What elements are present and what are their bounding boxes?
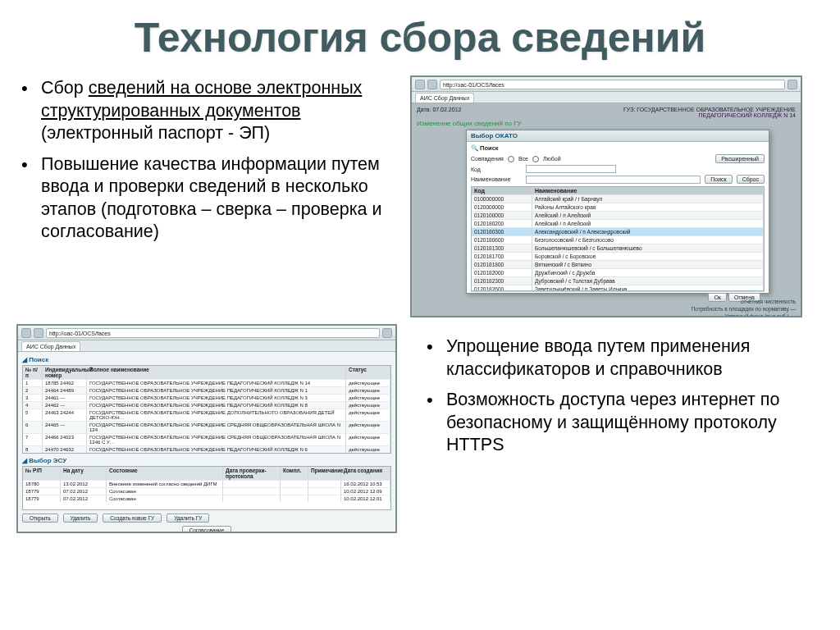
col-created: Дата создания [341,467,390,480]
table-row[interactable]: 0100000000Алтайский край / г Барнаул [472,194,764,203]
slide-title: Технология сбора сведений [0,0,840,67]
refresh-icon[interactable] [382,328,392,338]
screenshot-search-grid: http://oac-01/OCS/faces АИС Сбор Данных … [16,324,397,533]
table-row[interactable]: 0120180200Алейский / п Алейский [472,219,764,227]
col-status: Статус [346,366,390,379]
col-code: Код [472,187,532,194]
col-note: Примечание [308,467,341,480]
col-name: Наименование [532,187,764,194]
table-row[interactable]: 0120182000Дружбинский / с Дружба [472,268,764,276]
match-label: Совпадения [471,156,504,162]
col-checkdate: Дата проверки-протокола [223,467,281,480]
org-header: ГУЗ: ГОСУДАРСТВЕННОЕ ОБРАЗОВАТЕЛЬНОЕ УЧР… [615,107,796,118]
refresh-icon[interactable] [788,80,797,89]
name-input[interactable] [526,176,701,184]
browser-tab[interactable]: АИС Сбор Данных [21,341,80,351]
search-button[interactable]: Поиск [705,175,732,184]
radio-any[interactable] [532,156,539,162]
col-rp: № Р/П [23,467,61,480]
page-subtitle: Изменение общих сведений по ГУ [417,120,796,127]
col-compl: Компл. [281,467,308,480]
table-row[interactable]: 0120180300Александровский / п Александро… [472,227,764,235]
table-row[interactable]: 0120181700Боровской / с Боровское [472,252,764,260]
table-row[interactable]: 0120000000Районы Алтайского края [472,203,764,211]
action-button[interactable]: Удалить ГУ [167,514,209,523]
tab-bar: АИС Сбор Данных [18,340,395,352]
bullet-left-1: Сбор сведений на основе электронных стру… [16,77,399,145]
table-row[interactable]: 0120180600Безголосовский / с Безголосово [472,235,764,244]
nav-back-icon[interactable] [415,80,425,89]
radio-all[interactable] [508,156,514,162]
browser-tab[interactable]: АИС Сбор Данных [415,93,474,103]
col-num: № п/п [23,366,43,379]
url-input[interactable]: http://oac-01/OCS/faces [440,80,785,89]
ok-button[interactable]: Ок [708,293,727,302]
search-section: ◢ Поиск [22,356,391,363]
code-label: Код [471,167,522,172]
table-row[interactable]: 1878013.02.2012Внесение изменений соглас… [23,480,390,487]
dialog-title: Выбор ОКАТО [467,130,769,142]
table-row[interactable]: 824470 24632ГОСУДАРСТВЕННОЕ ОБРАЗОВАТЕЛЬ… [23,445,390,453]
table-row[interactable]: 0120181800Вяткинский / с Вяткино [472,260,764,268]
table-row[interactable]: 424462 —ГОСУДАРСТВЕННОЕ ОБРАЗОВАТЕЛЬНОЕ … [23,401,390,409]
bullet-right-1: Упрощение ввода путем применения классиф… [422,336,829,381]
name-label: Наименование [471,176,522,182]
org-grid[interactable]: № п/п Индивидуальный номер Полное наимен… [22,365,391,454]
col-ondate: На дату [61,467,107,480]
approve-button[interactable]: Согласование [182,526,232,533]
action-button[interactable]: Удалить [63,514,98,523]
nav-fwd-icon[interactable] [34,328,43,338]
tab-bar: АИС Сбор Данных [412,92,801,103]
browser-bar-2: http://oac-01/OCS/faces [18,326,395,340]
bullet-list-right: Упрощение ввода путем применения классиф… [405,336,829,457]
action-button[interactable]: Открыть [22,514,58,523]
nav-fwd-icon[interactable] [427,80,437,89]
table-row[interactable]: 524463 24244ГОСУДАРСТВЕННОЕ ОБРАЗОВАТЕЛЬ… [23,409,390,421]
table-row[interactable]: 1877907.02.2012Согласован10.02.2012 12:0… [23,487,390,495]
action-button[interactable]: Создать новое ГУ [103,514,162,523]
table-row[interactable]: 624465 —ГОСУДАРСТВЕННОЕ ОБРАЗОВАТЕЛЬНОЕ … [23,421,390,433]
nav-back-icon[interactable] [21,328,31,338]
bullet-left-2: Повышение качества информации путем ввод… [16,153,399,244]
table-row[interactable]: 324461 —ГОСУДАРСТВЕННОЕ ОБРАЗОВАТЕЛЬНОЕ … [23,394,390,401]
table-row[interactable]: 0120181300Большепанюшевский / с Большепа… [472,244,764,252]
col-fullname: Полное наименование [87,366,346,379]
col-state: Состояние [107,467,223,480]
okato-dialog: Выбор ОКАТО 🔍 Поиск Совпадения Все Любой… [466,130,769,294]
table-row[interactable]: 118785 24492ГОСУДАРСТВЕННОЕ ОБРАЗОВАТЕЛЬ… [23,379,390,386]
table-row[interactable]: 0120100000Алейский / п Алейский [472,211,764,219]
browser-bar: http://oac-01/OCS/faces [412,77,801,92]
bullet-right-2: Возможность доступа через интернет по бе… [422,389,829,457]
okato-grid[interactable]: Код Наименование 0100000000Алтайский кра… [471,186,765,291]
date-label: Дата: 07.02.2012 [417,107,461,118]
url-input[interactable]: http://oac-01/OCS/faces [46,328,380,338]
table-row[interactable]: 0120182300Дубровский / с Толстая Дубрава [472,276,764,285]
advanced-button[interactable]: Расширенный [715,154,765,163]
screenshot-okato-dialog: http://oac-01/OCS/faces АИС Сбор Данных … [410,75,802,317]
esu-grid[interactable]: № Р/П На дату Состояние Дата проверки-пр… [22,466,391,510]
table-row[interactable]: 1877907.02.2012Согласован10.02.2012 12:0… [23,495,390,502]
esu-section: ◢ Выбор ЭСУ [22,457,391,464]
button-row-2: Согласование [22,523,391,533]
search-section-label: 🔍 Поиск [471,144,765,152]
reset-button[interactable]: Сброс [737,175,765,184]
code-input[interactable] [526,165,616,173]
table-row[interactable]: 224464 24489ГОСУДАРСТВЕННОЕ ОБРАЗОВАТЕЛЬ… [23,386,390,394]
bullet-list-left: Сбор сведений на основе электронных стру… [0,77,399,244]
table-row[interactable]: 0120182600Заветильичёвский / п Заветы Ил… [472,285,764,291]
button-row: ОткрытьУдалитьСоздать новое ГУУдалить ГУ [22,510,391,523]
table-row[interactable]: 724466 24023ГОСУДАРСТВЕННОЕ ОБРАЗОВАТЕЛЬ… [23,433,390,445]
col-id: Индивидуальный номер [43,366,87,379]
